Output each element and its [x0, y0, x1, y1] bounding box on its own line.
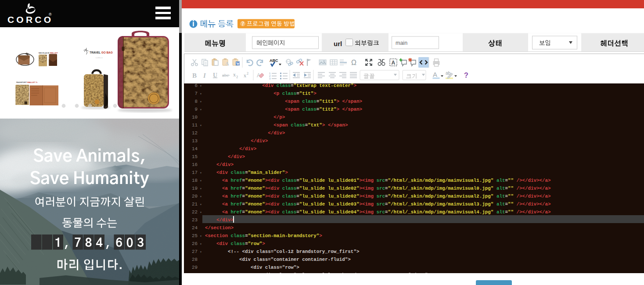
svg-text:x: x — [244, 72, 246, 79]
svg-text:B: B — [192, 72, 197, 79]
svg-text:I: I — [203, 72, 206, 79]
svg-text:url: url — [334, 40, 342, 47]
svg-text:main: main — [396, 40, 407, 46]
svg-text:?: ? — [464, 72, 468, 79]
svg-text:W: W — [236, 62, 240, 66]
svg-text:x: x — [233, 72, 236, 78]
svg-text:U: U — [213, 72, 217, 79]
svg-text:A: A — [433, 71, 437, 78]
svg-text:NECKLACE WALLET: NECKLACE WALLET — [39, 52, 58, 54]
svg-text:Ω: Ω — [351, 59, 356, 66]
svg-text:A: A — [225, 61, 229, 67]
svg-text:3: 3 — [269, 77, 271, 80]
svg-text:TRAVEL GO BAG: TRAVEL GO BAG — [90, 51, 113, 54]
svg-text:PASSPORT WALLET 7t: PASSPORT WALLET 7t — [16, 81, 38, 83]
svg-text:2: 2 — [247, 72, 248, 76]
svg-text:2: 2 — [236, 75, 238, 79]
svg-text:A: A — [392, 60, 396, 66]
svg-text:C O R C O: C O R C O — [96, 57, 103, 59]
